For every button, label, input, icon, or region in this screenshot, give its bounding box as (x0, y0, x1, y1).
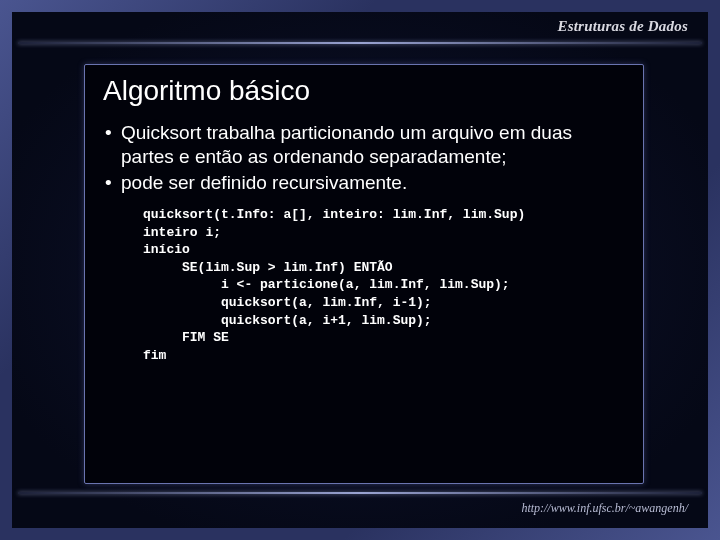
pseudocode-block: quicksort(t.Info: a[], inteiro: lim.Inf,… (103, 206, 625, 364)
bullet-list: Quicksort trabalha particionando um arqu… (103, 121, 625, 194)
footer-url: http://www.inf.ufsc.br/~awangenh/ (521, 501, 688, 516)
slide-frame: Estruturas de Dados Algoritmo básico Qui… (0, 0, 720, 540)
course-title: Estruturas de Dados (557, 18, 688, 35)
footer-divider (18, 492, 702, 494)
content-card: Algoritmo básico Quicksort trabalha part… (84, 64, 644, 484)
bullet-item: pode ser definido recursivamente. (121, 171, 625, 195)
slide-title: Algoritmo básico (103, 75, 625, 107)
header-divider (18, 42, 702, 44)
bullet-item: Quicksort trabalha particionando um arqu… (121, 121, 625, 169)
